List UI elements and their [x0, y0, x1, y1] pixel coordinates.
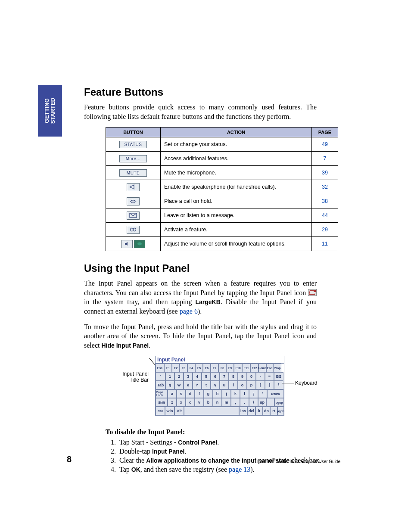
svg-point-6	[137, 243, 142, 246]
keyboard-key: F8	[218, 364, 226, 372]
button-cell: More...	[106, 152, 161, 166]
svg-marker-5	[125, 242, 128, 246]
step-text: , and then save the registry (see	[140, 466, 229, 473]
keyboard-key: v	[195, 398, 204, 407]
feature-icon	[127, 226, 140, 234]
keyboard-row: CtrlwinAltinsdelltdnrtpgdn	[156, 407, 284, 415]
p1d: ).	[198, 308, 202, 315]
step-item: Tap Start - Settings - Control Panel.	[118, 439, 342, 446]
input-panel-p1: The Input Panel appears on the screen wh…	[84, 279, 317, 316]
step-bold: Input Panel	[152, 448, 184, 455]
step-text: .	[217, 439, 219, 446]
input-panel-tray-icon	[308, 289, 317, 296]
keyboard-key: 8	[229, 372, 238, 381]
keyboard-key: 1	[165, 372, 174, 381]
action-cell: Activate a feature.	[161, 223, 312, 237]
page-link[interactable]: 7	[312, 152, 338, 166]
table-row: MUTEMute the microphone.39	[106, 166, 338, 180]
th-page: PAGE	[312, 128, 338, 137]
keyboard-key: k	[231, 389, 240, 398]
figure-label-right: Keyboard	[295, 380, 317, 386]
th-button: BUTTON	[106, 128, 161, 137]
keyboard-panel: Input Panel EscF1F2F3F4F5F6F7F8F9F10F11F…	[155, 356, 284, 416]
feature-button: MUTE	[119, 169, 147, 177]
keyboard-key: \	[274, 381, 283, 389]
feature-button: More...	[119, 155, 147, 162]
volume-mid-icon	[134, 240, 145, 248]
button-cell: MUTE	[106, 166, 161, 180]
keyboard-title-bar: Input Panel	[156, 356, 284, 364]
keyboard-key: `	[156, 372, 165, 381]
table-row: Adjust the volume or scroll through feat…	[106, 237, 338, 251]
side-tab-line2: STARTED	[50, 98, 56, 124]
keyboard-key: win	[165, 407, 174, 415]
action-cell: Mute the microphone.	[161, 166, 312, 180]
step-bold: Control Panel	[178, 439, 217, 446]
step-text: Double-tap	[119, 448, 152, 455]
button-cell	[106, 223, 161, 237]
keyboard-key: z	[168, 398, 177, 407]
link-page-6[interactable]: page 6	[180, 308, 198, 315]
keyboard-key: f	[195, 389, 204, 398]
page-link[interactable]: 39	[312, 166, 338, 180]
pointer-right	[282, 383, 294, 383]
keyboard-row: EscF1F2F3F4F5F6F7F8F9F10F11F12HomeEndPro…	[156, 364, 284, 372]
page-link[interactable]: 32	[312, 180, 338, 194]
button-cell	[106, 237, 161, 251]
footer-text: Inter-Tel® Model 8690 Endpoint User Guid…	[257, 458, 340, 464]
keyboard-key: w	[174, 381, 184, 389]
keyboard-key: t	[202, 381, 211, 389]
keyboard-key: 7	[220, 372, 229, 381]
p1-bold: LargeKB	[196, 299, 221, 305]
footer: 8 Inter-Tel® Model 8690 Endpoint User Gu…	[67, 454, 340, 464]
keyboard-row: `1234567890-=BS	[156, 372, 284, 381]
table-row: Enable the speakerphone (for handsfree c…	[106, 180, 338, 194]
disable-heading: To disable the Input Panel:	[106, 428, 342, 436]
keyboard-key: 9	[238, 372, 247, 381]
keyboard-key: Esc	[156, 364, 164, 372]
keyboard-key: /	[249, 398, 258, 407]
action-cell: Leave or listen to a message.	[161, 208, 312, 223]
step-item: Tap OK, and then save the registry (see …	[118, 466, 342, 473]
table-row: Place a call on hold.38	[106, 194, 338, 208]
keyboard-key: lt	[255, 407, 263, 415]
speaker-icon	[127, 183, 140, 191]
keyboard-key: Home	[258, 364, 266, 372]
keyboard-key: F11	[242, 364, 250, 372]
keyboard-key: m	[222, 398, 231, 407]
keyboard-key: u	[220, 381, 229, 389]
keyboard-key: r	[193, 381, 202, 389]
volume-control-icon	[121, 240, 145, 248]
keyboard-key: 3	[184, 372, 193, 381]
keyboard-figure: Input Panel Title Bar Input Panel EscF1F…	[106, 356, 338, 420]
keyboard-key: .	[240, 398, 249, 407]
keyboard-key: '	[258, 389, 267, 398]
button-cell	[106, 208, 161, 223]
keyboard-key: ,	[231, 398, 240, 407]
keyboard-key: -	[256, 372, 265, 381]
keyboard-key: ]	[265, 381, 274, 389]
keyboard-key: End	[266, 364, 273, 372]
keyboard-key: Shift	[156, 398, 168, 407]
heading-feature-buttons: Feature Buttons	[84, 86, 342, 98]
page-link[interactable]: 11	[312, 237, 338, 251]
action-cell: Set or change your status.	[161, 137, 312, 152]
keyboard-key: 0	[247, 372, 256, 381]
step-link[interactable]: page 13	[229, 466, 250, 473]
keyboard-key: Ctrl	[156, 407, 165, 415]
page-link[interactable]: 38	[312, 194, 338, 208]
p1b: in the system tray, and then tapping	[84, 298, 196, 305]
step-text: Tap	[119, 466, 131, 473]
keyboard-key: =	[265, 372, 274, 381]
keyboard-key: F2	[172, 364, 180, 372]
keyboard-key: ;	[249, 389, 258, 398]
keyboard-key: del	[247, 407, 255, 415]
keyboard-key: p	[247, 381, 256, 389]
keyboard-row: Shiftzxcvbnm,./uppgup	[156, 398, 284, 407]
page-link[interactable]: 29	[312, 223, 338, 237]
step-bold: OK	[131, 466, 140, 473]
page-link[interactable]: 44	[312, 208, 338, 223]
keyboard-key: F12	[250, 364, 258, 372]
keyboard-key: Tab	[156, 381, 165, 389]
page-link[interactable]: 49	[312, 137, 338, 152]
